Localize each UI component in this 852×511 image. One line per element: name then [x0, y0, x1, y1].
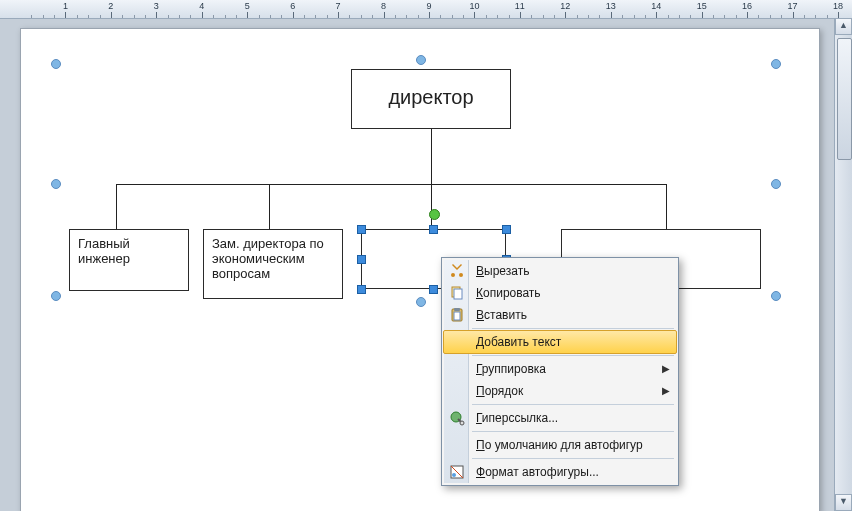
menu-item-label: Гиперссылка...: [476, 411, 558, 425]
submenu-arrow-icon: ▶: [662, 358, 670, 380]
menu-item-cut[interactable]: Вырезать: [444, 260, 676, 282]
menu-item-defaults[interactable]: По умолчанию для автофигур: [444, 434, 676, 456]
ruler-tick-label: 15: [697, 1, 707, 11]
scroll-down-button[interactable]: ▼: [835, 494, 852, 511]
ruler-tick-label: 18: [833, 1, 843, 11]
canvas-handle[interactable]: [51, 291, 61, 301]
org-box-deputy-econ[interactable]: Зам. директора по экономическим вопросам: [203, 229, 343, 299]
document-page[interactable]: директор Главный инженер Зам. директора …: [20, 28, 820, 511]
resize-handle[interactable]: [429, 225, 438, 234]
canvas-handle[interactable]: [51, 59, 61, 69]
connector: [116, 184, 117, 229]
globe-link-icon: [449, 410, 465, 426]
menu-item-label: Копировать: [476, 286, 541, 300]
ruler-tick-label: 17: [788, 1, 798, 11]
org-box-label: директор: [388, 86, 473, 108]
org-box-label: Зам. директора по экономическим вопросам: [212, 236, 324, 281]
menu-item-label: Вставить: [476, 308, 527, 322]
menu-item-paste[interactable]: Вставить: [444, 304, 676, 326]
svg-point-8: [452, 473, 456, 477]
ruler-tick-label: 9: [426, 1, 431, 11]
menu-item-addtext[interactable]: Добавить текст: [443, 330, 677, 354]
submenu-arrow-icon: ▶: [662, 380, 670, 402]
shape-context-menu: ВырезатьКопироватьВставитьДобавить текст…: [441, 257, 679, 486]
svg-rect-4: [454, 308, 460, 311]
paste-icon: [449, 307, 465, 323]
org-box-label: Главный инженер: [78, 236, 130, 266]
canvas-handle[interactable]: [51, 179, 61, 189]
ruler-tick-label: 4: [199, 1, 204, 11]
ruler-tick-label: 13: [606, 1, 616, 11]
resize-handle[interactable]: [357, 285, 366, 294]
connector: [269, 184, 270, 229]
ruler-tick-label: 16: [742, 1, 752, 11]
resize-handle[interactable]: [429, 285, 438, 294]
resize-handle[interactable]: [502, 225, 511, 234]
menu-separator: [472, 431, 674, 432]
menu-separator: [472, 458, 674, 459]
menu-item-group[interactable]: Группировка▶: [444, 358, 676, 380]
horizontal-ruler: 123456789101112131415161718: [0, 0, 852, 19]
canvas-handle[interactable]: [416, 55, 426, 65]
scroll-thumb[interactable]: [837, 38, 852, 160]
menu-separator: [472, 355, 674, 356]
ruler-tick-label: 11: [515, 1, 525, 11]
copy-icon: [449, 285, 465, 301]
ruler-tick-label: 14: [651, 1, 661, 11]
ruler-tick-label: 6: [290, 1, 295, 11]
ruler-tick-label: 2: [108, 1, 113, 11]
menu-item-order[interactable]: Порядок▶: [444, 380, 676, 402]
menu-item-label: По умолчанию для автофигур: [476, 438, 643, 452]
menu-item-hyperlink[interactable]: Гиперссылка...: [444, 407, 676, 429]
canvas-handle[interactable]: [771, 291, 781, 301]
org-box-director[interactable]: директор: [351, 69, 511, 129]
menu-item-label: Формат автофигуры...: [476, 465, 599, 479]
svg-rect-1: [454, 289, 462, 299]
ruler-tick-label: 1: [63, 1, 68, 11]
scroll-up-button[interactable]: ▲: [835, 18, 852, 35]
rotate-handle[interactable]: [429, 209, 440, 220]
resize-handle[interactable]: [357, 225, 366, 234]
canvas-handle[interactable]: [771, 59, 781, 69]
resize-handle[interactable]: [357, 255, 366, 264]
org-box-chief-engineer[interactable]: Главный инженер: [69, 229, 189, 291]
menu-item-label: Порядок: [476, 384, 523, 398]
ruler-tick-label: 7: [336, 1, 341, 11]
menu-item-label: Группировка: [476, 362, 546, 376]
ruler-tick-label: 3: [154, 1, 159, 11]
menu-item-label: Добавить текст: [476, 335, 561, 349]
scissors-icon: [449, 263, 465, 279]
menu-item-format[interactable]: Формат автофигуры...: [444, 461, 676, 483]
connector: [431, 129, 432, 184]
ruler-tick-label: 10: [469, 1, 479, 11]
svg-point-6: [460, 421, 464, 425]
menu-item-label: Вырезать: [476, 264, 529, 278]
vertical-scrollbar[interactable]: ▲ ▼: [834, 18, 852, 511]
ruler-tick-label: 12: [560, 1, 570, 11]
format-shape-icon: [449, 464, 465, 480]
svg-rect-3: [454, 312, 460, 320]
menu-separator: [472, 328, 674, 329]
menu-item-copy[interactable]: Копировать: [444, 282, 676, 304]
canvas-handle[interactable]: [771, 179, 781, 189]
menu-separator: [472, 404, 674, 405]
connector: [116, 184, 666, 185]
connector: [431, 184, 432, 229]
canvas-handle[interactable]: [416, 297, 426, 307]
connector: [666, 184, 667, 229]
ruler-tick-label: 5: [245, 1, 250, 11]
ruler-tick-label: 8: [381, 1, 386, 11]
